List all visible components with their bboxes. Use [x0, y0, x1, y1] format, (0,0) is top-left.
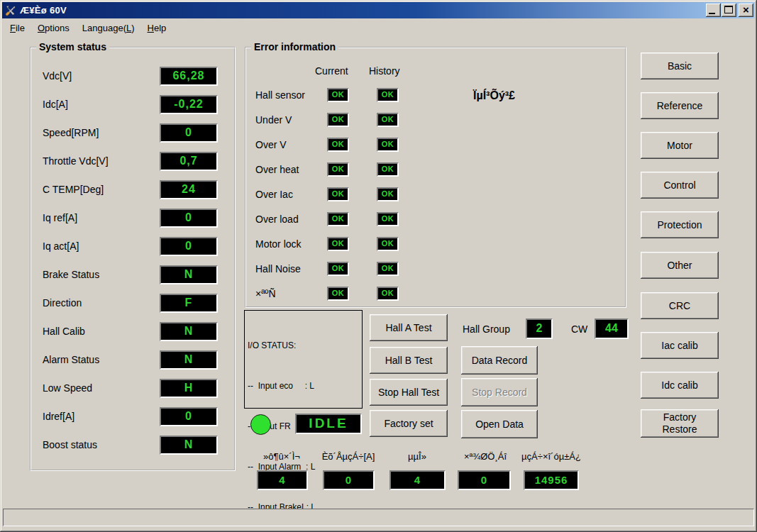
status-label: Low Speed [43, 379, 92, 398]
current-ok-indicator: OK [327, 237, 349, 251]
nav-button-factory-restore[interactable]: Factory Restore [641, 409, 719, 438]
run-state-display: IDLE [295, 414, 362, 434]
error-row: Over loadOKOK [246, 212, 625, 226]
menubar: File Options Language(L) Help [2, 19, 755, 37]
nav-button-idc-calib[interactable]: Idc calib [641, 372, 719, 399]
error-info-title: Error information [251, 41, 338, 52]
status-value-display: F [160, 294, 218, 313]
status-label: Alarm Status [43, 350, 99, 370]
app-window: Æ¥Èø 60V × File Options Language(L) Help… [0, 0, 757, 532]
status-row: Throttle Vdc[V]0,7 [31, 152, 234, 171]
error-label: Over load [255, 212, 299, 226]
status-row: Hall CalibN [31, 322, 234, 341]
data-record-button[interactable]: Data Record [461, 346, 538, 375]
status-label: Iq ref[A] [43, 209, 77, 228]
status-row: Speed[RPM]0 [31, 123, 234, 143]
close-button[interactable]: × [739, 4, 753, 17]
minimize-button[interactable] [706, 4, 721, 17]
history-ok-indicator: OK [377, 262, 399, 276]
status-label: Speed[RPM] [43, 123, 99, 143]
status-row: Alarm StatusN [31, 350, 234, 370]
history-ok-indicator: OK [377, 212, 399, 226]
measure-label: Èõ´ÅµçÁ÷[A] [313, 451, 384, 462]
menu-item-options[interactable]: Options [31, 21, 76, 35]
hall-group-label: Hall Group [463, 319, 510, 340]
status-value-display: 24 [160, 180, 218, 199]
measure-display: 0 [458, 470, 511, 490]
menu-item-file[interactable]: File [4, 21, 31, 35]
error-label: Hall sensor [255, 88, 305, 102]
hall-group-display: 2 [526, 318, 553, 339]
error-label: Over heat [255, 162, 299, 177]
menu-item-language[interactable]: Language(L) [76, 21, 141, 35]
error-row: Under VOKOK [246, 113, 625, 127]
io-status-line: -- Input eco : L [248, 379, 362, 393]
nav-button-motor[interactable]: Motor [641, 132, 719, 159]
status-row: Iq ref[A]0 [31, 209, 234, 228]
cw-display: 44 [595, 318, 629, 339]
titlebar: Æ¥Èø 60V [2, 2, 755, 18]
nav-button-reference[interactable]: Reference [641, 92, 719, 119]
error-row: Hall sensorOKOK [246, 88, 625, 102]
error-info-groupbox: Error information Current History ÏµÍ³Õý… [245, 47, 626, 308]
measure-display: 0 [323, 470, 375, 490]
current-ok-indicator: OK [327, 212, 349, 226]
status-label: Direction [43, 294, 82, 313]
status-value-display: N [160, 436, 218, 455]
status-label: Vdc[V] [43, 67, 72, 86]
status-row: Idref[A]0 [31, 407, 234, 426]
status-row: Brake StatusN [31, 265, 234, 284]
error-row: Over VOKOK [246, 138, 625, 152]
current-ok-indicator: OK [327, 138, 349, 152]
history-ok-indicator: OK [377, 162, 399, 177]
status-label: C TEMP[Deg] [43, 180, 104, 199]
menu-item-help[interactable]: Help [141, 21, 173, 35]
nav-button-protection[interactable]: Protection [641, 211, 719, 238]
measure-display: 4 [389, 470, 446, 490]
status-label: Idc[A] [43, 95, 68, 114]
open-data-button[interactable]: Open Data [461, 410, 538, 438]
status-value-display: H [160, 379, 218, 398]
run-indicator-light [250, 414, 271, 435]
history-ok-indicator: OK [377, 237, 399, 251]
error-row: Over heatOKOK [246, 162, 625, 177]
current-ok-indicator: OK [327, 113, 349, 127]
status-value-display: N [160, 350, 218, 370]
nav-button-iac-calib[interactable]: Iac calib [641, 332, 719, 359]
factory-set-button[interactable]: Factory set [370, 410, 448, 437]
history-ok-indicator: OK [377, 88, 399, 102]
close-icon: × [739, 4, 753, 16]
nav-button-other[interactable]: Other [641, 252, 719, 279]
status-value-display: N [160, 322, 218, 341]
maximize-button[interactable] [722, 4, 736, 17]
current-column-header: Current [315, 65, 348, 77]
nav-button-crc[interactable]: CRC [641, 292, 719, 319]
status-value-display: 0 [160, 237, 218, 256]
stop-hall-test-button[interactable]: Stop Hall Test [370, 379, 448, 406]
status-value-display: 0 [160, 123, 218, 143]
error-row: ×ªºÑOKOK [246, 287, 625, 301]
status-value-display: 66,28 [160, 67, 218, 86]
error-row: Over IacOKOK [246, 187, 625, 201]
nav-button-control[interactable]: Control [641, 172, 719, 199]
hall-a-test-button[interactable]: Hall A Test [370, 314, 448, 341]
current-ok-indicator: OK [327, 88, 349, 102]
history-ok-indicator: OK [377, 187, 399, 201]
status-label: Boost status [43, 436, 97, 455]
status-row: Idc[A]-0,22 [31, 95, 234, 114]
tools-icon [5, 5, 16, 16]
status-row: Low SpeedH [31, 379, 234, 398]
cw-label: CW [571, 319, 587, 340]
window-title: Æ¥Èø 60V [20, 5, 67, 16]
error-label: Over V [255, 138, 287, 152]
nav-button-basic[interactable]: Basic [641, 52, 719, 79]
status-label: Throttle Vdc[V] [43, 152, 109, 171]
error-row: Motor lockOKOK [246, 237, 625, 251]
measure-display: 14956 [524, 470, 579, 490]
status-value-display: 0 [160, 407, 218, 426]
history-ok-indicator: OK [377, 138, 399, 152]
status-row: C TEMP[Deg]24 [31, 180, 234, 199]
status-value-display: N [160, 265, 218, 284]
hall-b-test-button[interactable]: Hall B Test [370, 347, 448, 374]
system-status-title: System status [36, 41, 109, 52]
